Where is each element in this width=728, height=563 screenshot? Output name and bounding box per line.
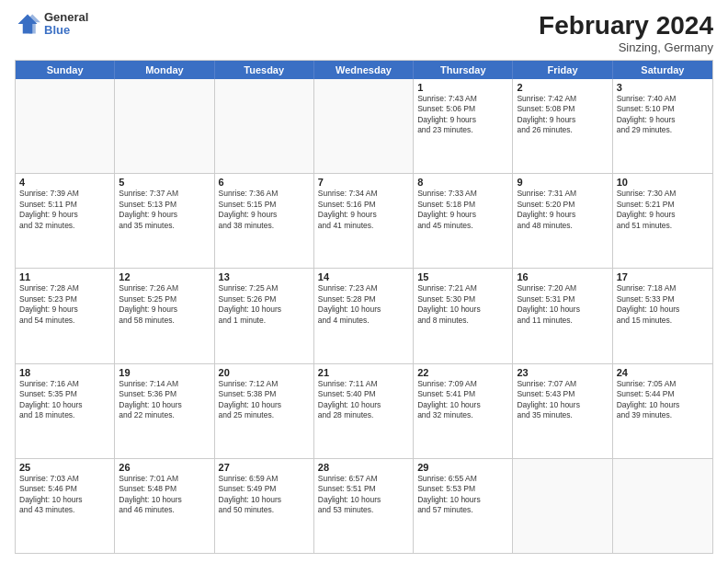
calendar-cell: 22Sunrise: 7:09 AM Sunset: 5:41 PM Dayli… — [414, 364, 513, 458]
weekday-header-sunday: Sunday — [16, 61, 115, 79]
day-info: Sunrise: 7:11 AM Sunset: 5:40 PM Dayligh… — [318, 379, 409, 421]
header: General Blue February 2024 Sinzing, Germ… — [15, 11, 713, 54]
day-number: 2 — [517, 82, 608, 93]
logo-blue-text: Blue — [44, 24, 88, 37]
day-info: Sunrise: 7:40 AM Sunset: 5:10 PM Dayligh… — [617, 94, 709, 136]
logo-text: General Blue — [44, 11, 88, 38]
day-info: Sunrise: 7:28 AM Sunset: 5:23 PM Dayligh… — [19, 283, 110, 326]
day-number: 14 — [318, 271, 409, 282]
title-month: February 2024 — [539, 11, 713, 40]
weekday-header-monday: Monday — [115, 61, 214, 79]
calendar-cell: 23Sunrise: 7:07 AM Sunset: 5:43 PM Dayli… — [513, 364, 612, 458]
calendar-cell: 24Sunrise: 7:05 AM Sunset: 5:44 PM Dayli… — [613, 364, 712, 458]
day-info: Sunrise: 7:03 AM Sunset: 5:46 PM Dayligh… — [19, 474, 110, 516]
day-info: Sunrise: 7:20 AM Sunset: 5:31 PM Dayligh… — [517, 283, 608, 326]
day-info: Sunrise: 7:33 AM Sunset: 5:18 PM Dayligh… — [417, 189, 508, 231]
calendar-cell: 14Sunrise: 7:23 AM Sunset: 5:28 PM Dayli… — [314, 269, 414, 362]
calendar-cell: 19Sunrise: 7:14 AM Sunset: 5:36 PM Dayli… — [115, 364, 214, 458]
day-number: 16 — [517, 271, 608, 282]
day-info: Sunrise: 7:43 AM Sunset: 5:06 PM Dayligh… — [417, 94, 508, 136]
day-info: Sunrise: 7:42 AM Sunset: 5:08 PM Dayligh… — [517, 94, 608, 136]
day-info: Sunrise: 7:01 AM Sunset: 5:48 PM Dayligh… — [119, 474, 210, 516]
calendar-cell: 4Sunrise: 7:39 AM Sunset: 5:11 PM Daylig… — [16, 174, 115, 268]
calendar-cell — [613, 459, 712, 553]
day-info: Sunrise: 6:59 AM Sunset: 5:49 PM Dayligh… — [219, 474, 310, 516]
day-number: 27 — [219, 462, 310, 473]
day-number: 1 — [417, 82, 508, 93]
calendar-cell: 2Sunrise: 7:42 AM Sunset: 5:08 PM Daylig… — [513, 79, 612, 173]
day-info: Sunrise: 7:25 AM Sunset: 5:26 PM Dayligh… — [219, 283, 310, 326]
calendar-cell: 9Sunrise: 7:31 AM Sunset: 5:20 PM Daylig… — [513, 174, 612, 268]
calendar-cell: 15Sunrise: 7:21 AM Sunset: 5:30 PM Dayli… — [414, 269, 513, 362]
day-info: Sunrise: 7:23 AM Sunset: 5:28 PM Dayligh… — [318, 283, 409, 326]
day-info: Sunrise: 7:09 AM Sunset: 5:41 PM Dayligh… — [417, 379, 508, 421]
day-number: 5 — [119, 177, 210, 188]
weekday-header-thursday: Thursday — [414, 61, 513, 79]
calendar-row-0: 1Sunrise: 7:43 AM Sunset: 5:06 PM Daylig… — [16, 79, 712, 173]
weekday-header-saturday: Saturday — [613, 61, 712, 79]
day-number: 24 — [617, 367, 709, 378]
day-number: 19 — [119, 367, 210, 378]
calendar-cell: 6Sunrise: 7:36 AM Sunset: 5:15 PM Daylig… — [215, 174, 314, 268]
day-info: Sunrise: 7:31 AM Sunset: 5:20 PM Dayligh… — [517, 189, 608, 231]
day-info: Sunrise: 7:12 AM Sunset: 5:38 PM Dayligh… — [219, 379, 310, 421]
day-number: 10 — [617, 177, 709, 188]
logo-general-text: General — [44, 11, 88, 24]
calendar-cell: 8Sunrise: 7:33 AM Sunset: 5:18 PM Daylig… — [414, 174, 513, 268]
calendar-cell: 11Sunrise: 7:28 AM Sunset: 5:23 PM Dayli… — [16, 269, 115, 362]
day-number: 12 — [119, 271, 210, 282]
calendar-cell: 12Sunrise: 7:26 AM Sunset: 5:25 PM Dayli… — [115, 269, 214, 362]
day-number: 11 — [19, 271, 110, 282]
page: General Blue February 2024 Sinzing, Germ… — [0, 0, 728, 563]
calendar-cell: 1Sunrise: 7:43 AM Sunset: 5:06 PM Daylig… — [414, 79, 513, 173]
day-number: 20 — [219, 367, 310, 378]
calendar-cell: 26Sunrise: 7:01 AM Sunset: 5:48 PM Dayli… — [115, 459, 214, 553]
day-info: Sunrise: 7:26 AM Sunset: 5:25 PM Dayligh… — [119, 283, 210, 326]
day-number: 21 — [318, 367, 409, 378]
day-info: Sunrise: 7:14 AM Sunset: 5:36 PM Dayligh… — [119, 379, 210, 421]
day-number: 18 — [19, 367, 110, 378]
calendar-row-1: 4Sunrise: 7:39 AM Sunset: 5:11 PM Daylig… — [16, 173, 712, 268]
calendar-row-4: 25Sunrise: 7:03 AM Sunset: 5:46 PM Dayli… — [16, 458, 712, 553]
calendar-cell — [314, 79, 414, 173]
calendar-cell — [115, 79, 214, 173]
weekday-header-wednesday: Wednesday — [314, 61, 414, 79]
calendar-cell: 5Sunrise: 7:37 AM Sunset: 5:13 PM Daylig… — [115, 174, 214, 268]
calendar-cell: 7Sunrise: 7:34 AM Sunset: 5:16 PM Daylig… — [314, 174, 414, 268]
calendar-body: 1Sunrise: 7:43 AM Sunset: 5:06 PM Daylig… — [16, 79, 712, 553]
calendar-cell: 10Sunrise: 7:30 AM Sunset: 5:21 PM Dayli… — [613, 174, 712, 268]
calendar-cell — [513, 459, 612, 553]
day-number: 9 — [517, 177, 608, 188]
calendar-cell: 29Sunrise: 6:55 AM Sunset: 5:53 PM Dayli… — [414, 459, 513, 553]
day-info: Sunrise: 7:07 AM Sunset: 5:43 PM Dayligh… — [517, 379, 608, 421]
calendar-cell: 13Sunrise: 7:25 AM Sunset: 5:26 PM Dayli… — [215, 269, 314, 362]
day-number: 7 — [318, 177, 409, 188]
day-number: 26 — [119, 462, 210, 473]
day-info: Sunrise: 6:57 AM Sunset: 5:51 PM Dayligh… — [318, 474, 409, 516]
calendar-row-3: 18Sunrise: 7:16 AM Sunset: 5:35 PM Dayli… — [16, 363, 712, 458]
day-number: 13 — [219, 271, 310, 282]
day-info: Sunrise: 7:30 AM Sunset: 5:21 PM Dayligh… — [617, 189, 709, 231]
day-number: 4 — [19, 177, 110, 188]
calendar-cell: 17Sunrise: 7:18 AM Sunset: 5:33 PM Dayli… — [613, 269, 712, 362]
day-number: 17 — [617, 271, 709, 282]
calendar-cell: 27Sunrise: 6:59 AM Sunset: 5:49 PM Dayli… — [215, 459, 314, 553]
title-location: Sinzing, Germany — [539, 40, 713, 54]
calendar-header: SundayMondayTuesdayWednesdayThursdayFrid… — [16, 61, 712, 79]
day-number: 3 — [617, 82, 709, 93]
day-info: Sunrise: 7:18 AM Sunset: 5:33 PM Dayligh… — [617, 283, 709, 326]
day-number: 22 — [417, 367, 508, 378]
weekday-header-friday: Friday — [513, 61, 612, 79]
day-info: Sunrise: 7:16 AM Sunset: 5:35 PM Dayligh… — [19, 379, 110, 421]
day-info: Sunrise: 7:05 AM Sunset: 5:44 PM Dayligh… — [617, 379, 709, 421]
calendar-cell: 3Sunrise: 7:40 AM Sunset: 5:10 PM Daylig… — [613, 79, 712, 173]
calendar-cell: 28Sunrise: 6:57 AM Sunset: 5:51 PM Dayli… — [314, 459, 414, 553]
title-block: February 2024 Sinzing, Germany — [539, 11, 713, 54]
day-info: Sunrise: 7:37 AM Sunset: 5:13 PM Dayligh… — [119, 189, 210, 231]
day-number: 6 — [219, 177, 310, 188]
day-number: 25 — [19, 462, 110, 473]
calendar-row-2: 11Sunrise: 7:28 AM Sunset: 5:23 PM Dayli… — [16, 268, 712, 362]
calendar-cell: 16Sunrise: 7:20 AM Sunset: 5:31 PM Dayli… — [513, 269, 612, 362]
logo: General Blue — [15, 11, 88, 38]
day-number: 28 — [318, 462, 409, 473]
